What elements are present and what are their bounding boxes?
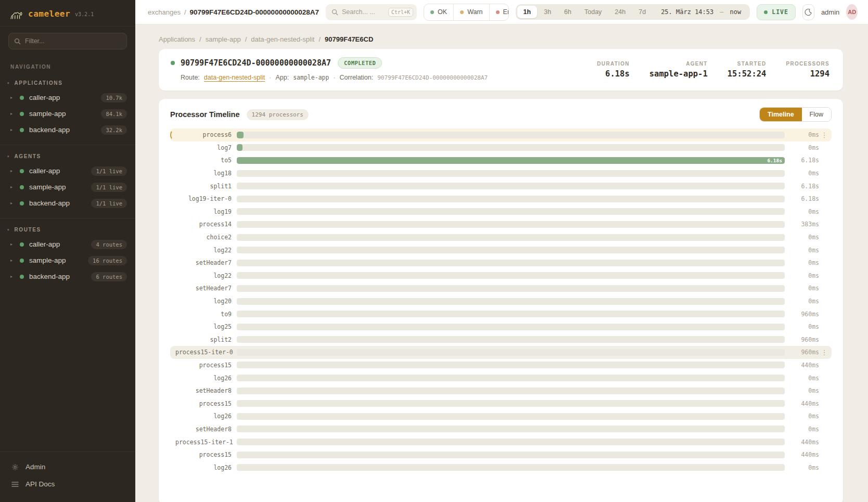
sidebar-item-label: sample-app (29, 110, 96, 118)
search-icon (14, 38, 21, 45)
timeline-row[interactable]: setHeader7 0ms ⋮ (170, 256, 832, 269)
timeline-row[interactable]: process15 440ms ⋮ (170, 359, 832, 372)
navigation-label: NAVIGATION (0, 50, 135, 72)
breadcrumb-separator: / (184, 8, 186, 16)
flow-view-button[interactable]: Flow (802, 108, 831, 121)
section-header[interactable]: ▾ AGENTS (0, 151, 135, 163)
timeline-track (237, 400, 785, 407)
topbar: exchanges / 90799F47E6CD24D-000000000000… (135, 0, 868, 24)
timeline-track (237, 183, 785, 189)
sidebar-item[interactable]: ▸ caller-app 1/1 live (0, 163, 135, 179)
timeline-row[interactable]: split2 960ms ⋮ (170, 333, 832, 346)
caret-down-icon: ▾ (7, 81, 9, 85)
sidebar-filter[interactable] (8, 33, 127, 49)
global-search[interactable]: Ctrl+K (326, 4, 417, 20)
kebab-menu-icon[interactable]: ⋮ (819, 131, 829, 139)
timeline-row[interactable]: to5 6.18s 6.18s ⋮ (170, 154, 832, 167)
timeline-row[interactable]: process15-iter-0 960ms ⋮ (170, 346, 832, 359)
processor-duration: 0ms (785, 144, 819, 151)
timeline-track (237, 413, 785, 420)
timeline-bar (237, 144, 242, 151)
search-input[interactable] (342, 8, 385, 16)
timeline-row[interactable]: log7 0ms ⋮ (170, 141, 832, 155)
timeline-row[interactable]: log26 0ms ⋮ (170, 461, 832, 474)
range-6h-button[interactable]: 6h (558, 6, 578, 18)
timeline-row[interactable]: log26 0ms ⋮ (170, 410, 832, 423)
timeline-view-button[interactable]: Timeline (760, 108, 801, 121)
timeline-track (237, 439, 785, 445)
timeline-row[interactable]: split1 6.18s ⋮ (170, 179, 832, 192)
timeline-row[interactable]: log26 0ms ⋮ (170, 371, 832, 384)
route-label: Route: (181, 74, 200, 81)
range-24h-button[interactable]: 24h (608, 6, 632, 18)
range-7d-button[interactable]: 7d (632, 6, 652, 18)
sidebar-item-badge: 10.7k (101, 93, 127, 102)
sidebar-item[interactable]: ▸ sample-app 84.1k (0, 106, 135, 122)
timeline-row[interactable]: log19-iter-0 6.18s ⋮ (170, 192, 832, 205)
breadcrumb-route[interactable]: data-gen-nested-split (251, 35, 314, 43)
timeline-row[interactable]: log22 0ms ⋮ (170, 243, 832, 256)
timeline-row[interactable]: setHeader8 0ms ⋮ (170, 423, 832, 436)
breadcrumb-applications[interactable]: Applications (159, 35, 195, 43)
timeline-row[interactable]: process14 383ms ⋮ (170, 218, 832, 231)
breadcrumb-exchange-id: 90799F47E6CD24D-00000000000028A7 (190, 8, 319, 16)
timeline-row[interactable]: log25 0ms ⋮ (170, 320, 832, 333)
sidebar-item-admin[interactable]: Admin (0, 458, 135, 475)
timeline-row[interactable]: process15 440ms ⋮ (170, 448, 832, 461)
processor-name: process15 (175, 400, 237, 407)
sidebar-item[interactable]: ▸ backend-app 32.2k (0, 122, 135, 138)
timeline-row[interactable]: choice2 0ms ⋮ (170, 231, 832, 244)
section-header[interactable]: ▾ APPLICATIONS (0, 78, 135, 89)
sidebar-item[interactable]: ▸ backend-app 6 routes (0, 268, 135, 285)
route-link[interactable]: data-gen-nested-split (204, 74, 265, 81)
timeline-row[interactable]: log19 0ms ⋮ (170, 205, 832, 218)
range-1h-button[interactable]: 1h (517, 6, 538, 18)
search-icon (331, 9, 338, 16)
timeline-track (237, 298, 785, 305)
processor-name: process15 (175, 362, 237, 369)
logo[interactable]: cameleer v3.2.1 (0, 0, 135, 27)
timeline-row[interactable]: process15-iter-1 440ms ⋮ (170, 435, 832, 448)
section-items: ▸ caller-app 4 routes ▸ sample-app 16 ro… (0, 236, 135, 285)
timeline-row[interactable]: setHeader7 0ms ⋮ (170, 282, 832, 295)
sidebar-item[interactable]: ▸ caller-app 10.7k (0, 89, 135, 106)
timeline-track (237, 132, 785, 138)
breadcrumb-app[interactable]: sample-app (206, 35, 241, 43)
sidebar-item[interactable]: ▸ backend-app 1/1 live (0, 195, 135, 211)
sidebar-item-api-docs[interactable]: API Docs (0, 475, 135, 493)
filter-ok-button[interactable]: OK (424, 4, 453, 20)
filter-warn-button[interactable]: Warn (453, 4, 489, 20)
range-3h-button[interactable]: 3h (538, 6, 557, 18)
sidebar-item[interactable]: ▸ sample-app 1/1 live (0, 179, 135, 195)
processor-count-badge: 1294 processors (247, 109, 309, 120)
sidebar-item[interactable]: ▸ sample-app 16 routes (0, 252, 135, 268)
section-header[interactable]: ▾ ROUTES (0, 225, 135, 236)
dark-mode-toggle[interactable] (802, 4, 814, 20)
timeline-row[interactable]: process6 0ms ⋮ (170, 128, 832, 141)
timeline-row[interactable]: to9 960ms ⋮ (170, 307, 832, 320)
app-version: v3.2.1 (75, 10, 94, 17)
sidebar-item[interactable]: ▸ caller-app 4 routes (0, 236, 135, 252)
timeline-track (237, 272, 785, 279)
sidebar-item-badge: 32.2k (101, 125, 127, 135)
live-badge[interactable]: LIVE (757, 4, 796, 20)
breadcrumb-section[interactable]: exchanges (148, 8, 181, 16)
section-items: ▸ caller-app 10.7k ▸ sample-app 84.1k ▸ … (0, 89, 135, 138)
date-range[interactable]: 25. März 14:53 — now (653, 8, 748, 16)
timeline-row[interactable]: setHeader8 0ms ⋮ (170, 384, 832, 397)
timeline-row[interactable]: log20 0ms ⋮ (170, 295, 832, 308)
avatar[interactable]: AD (846, 4, 858, 20)
range-today-button[interactable]: Today (578, 6, 608, 18)
processor-name: setHeader7 (175, 259, 237, 266)
timeline-row[interactable]: process15 440ms ⋮ (170, 397, 832, 410)
processor-duration: 0ms (785, 323, 819, 330)
filter-input[interactable] (25, 37, 108, 45)
sidebar-item-label: backend-app (29, 199, 86, 207)
filter-error-button[interactable]: Error (489, 4, 509, 20)
kebab-menu-icon[interactable]: ⋮ (819, 349, 829, 356)
timeline-row[interactable]: log18 0ms ⋮ (170, 167, 832, 180)
processor-name: log18 (175, 170, 237, 177)
stat-agent: AGENT sample-app-1 (649, 61, 708, 79)
timeline-track (237, 170, 785, 177)
timeline-row[interactable]: log22 0ms ⋮ (170, 269, 832, 282)
